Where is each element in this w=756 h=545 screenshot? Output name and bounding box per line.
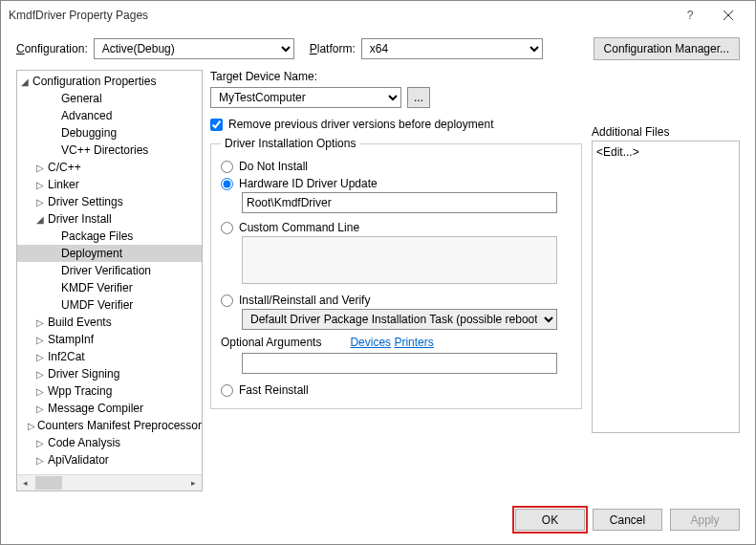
fast-reinstall-radio[interactable] — [221, 384, 233, 397]
tree-item[interactable]: ▷StampInf — [17, 331, 202, 348]
tree-item[interactable]: Debugging — [17, 124, 202, 142]
platform-select[interactable]: x64 — [361, 38, 543, 59]
additional-files-label: Additional Files — [592, 125, 740, 139]
configuration-label: Configuration: — [16, 42, 88, 55]
tree-item[interactable]: ▷Message Compiler — [17, 400, 202, 417]
custom-command-input[interactable] — [242, 236, 557, 284]
tree-item[interactable]: ▷Code Analysis — [17, 434, 202, 451]
install-verify-radio[interactable] — [221, 294, 233, 307]
window-title: KmdfDriver Property Pages — [9, 9, 671, 22]
tree-item[interactable]: KMDF Verifier — [17, 279, 202, 296]
tree-item[interactable]: ▷Driver Signing — [17, 365, 202, 382]
tree-item[interactable]: ▷C/C++ — [17, 159, 202, 176]
platform-label: Platform: — [310, 42, 356, 55]
remove-previous-label: Remove previous driver versions before d… — [228, 118, 493, 131]
fast-reinstall-label: Fast Reinstall — [239, 383, 309, 397]
install-task-select[interactable]: Default Driver Package Installation Task… — [242, 309, 557, 330]
devices-link[interactable]: Devices — [350, 336, 391, 349]
tree-item[interactable]: ▷Linker — [17, 176, 202, 193]
configuration-manager-button[interactable]: Configuration Manager... — [594, 37, 740, 60]
tree-item[interactable]: ▷ApiValidator — [17, 451, 202, 469]
titlebar: KmdfDriver Property Pages ? — [1, 1, 755, 30]
tree-item[interactable]: Package Files — [17, 228, 202, 245]
apply-button[interactable]: Apply — [670, 509, 740, 531]
do-not-install-radio[interactable] — [221, 161, 233, 173]
optional-args-label: Optional Arguments — [221, 336, 321, 349]
tree-item[interactable]: ▷Driver Settings — [17, 193, 202, 210]
tree-item[interactable]: ▷Build Events — [17, 314, 202, 331]
scroll-thumb[interactable] — [35, 476, 62, 490]
browse-device-button[interactable]: ... — [407, 87, 430, 108]
install-verify-label: Install/Reinstall and Verify — [239, 294, 370, 307]
custom-command-radio[interactable] — [221, 222, 233, 234]
target-device-label: Target Device Name: — [210, 70, 582, 83]
tree-item[interactable]: ▷Wpp Tracing — [17, 382, 202, 400]
cancel-button[interactable]: Cancel — [593, 509, 662, 531]
tree-item[interactable]: Advanced — [17, 107, 202, 124]
hardware-id-input[interactable] — [242, 192, 557, 213]
custom-command-label: Custom Command Line — [239, 221, 359, 234]
scroll-left-icon[interactable]: ◂ — [17, 475, 33, 491]
hardware-id-radio[interactable] — [221, 178, 233, 190]
close-icon — [724, 11, 733, 20]
install-options-legend: Driver Installation Options — [221, 137, 359, 150]
optional-args-input[interactable] — [242, 353, 557, 374]
tree-item[interactable]: Driver Verification — [17, 262, 202, 279]
scroll-right-icon[interactable]: ▸ — [185, 475, 202, 491]
remove-previous-checkbox[interactable] — [210, 119, 223, 131]
tree-item[interactable]: ▷Counters Manifest Preprocessor — [17, 417, 202, 434]
tree-item[interactable]: Deployment — [17, 245, 202, 262]
ok-button[interactable]: OK — [515, 509, 585, 531]
printers-link[interactable]: Printers — [394, 336, 433, 349]
tree-item[interactable]: ◢Driver Install — [17, 210, 202, 228]
tree-root[interactable]: ◢Configuration Properties — [17, 73, 202, 90]
additional-files-list[interactable]: <Edit...> — [592, 141, 740, 433]
tree-item[interactable]: UMDF Verifier — [17, 296, 202, 314]
close-button[interactable] — [709, 2, 747, 29]
configuration-select[interactable]: Active(Debug) — [94, 38, 294, 59]
tree-item[interactable]: General — [17, 90, 202, 107]
config-bar: Configuration: Active(Debug) Platform: x… — [1, 30, 755, 70]
help-button[interactable]: ? — [671, 2, 709, 29]
dialog-window: KmdfDriver Property Pages ? Configuratio… — [0, 0, 756, 545]
tree-item[interactable]: ▷Inf2Cat — [17, 348, 202, 365]
tree-hscrollbar[interactable]: ◂ ▸ — [17, 474, 202, 490]
hardware-id-label: Hardware ID Driver Update — [239, 177, 378, 190]
additional-files-edit[interactable]: <Edit...> — [596, 145, 639, 159]
property-tree: ◢Configuration PropertiesGeneralAdvanced… — [16, 70, 203, 491]
tree-item[interactable]: VC++ Directories — [17, 142, 202, 159]
do-not-install-label: Do Not Install — [239, 160, 308, 173]
dialog-footer: OK Cancel Apply — [1, 499, 755, 544]
install-options-group: Driver Installation Options Do Not Insta… — [210, 137, 582, 409]
target-device-select[interactable]: MyTestComputer — [210, 87, 401, 108]
